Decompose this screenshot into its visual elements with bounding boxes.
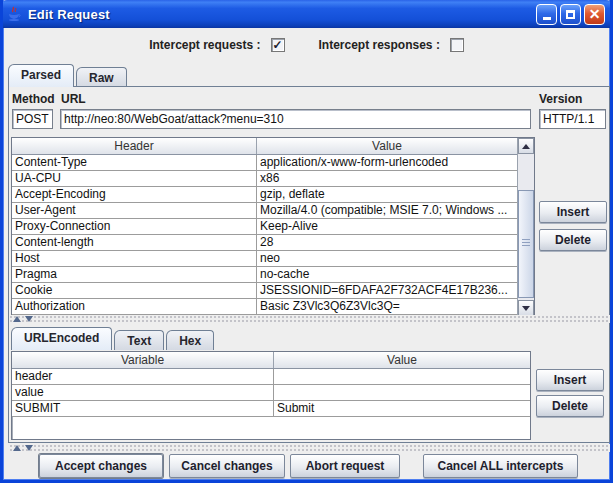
table-row[interactable]: Content-Typeapplication/x-www-form-urlen…	[12, 155, 534, 171]
header-column-header[interactable]: Header	[12, 138, 257, 154]
table-row[interactable]: Hostneo	[12, 251, 534, 267]
scroll-down-button[interactable]	[518, 300, 534, 316]
tab-text[interactable]: Text	[114, 330, 164, 350]
table-row[interactable]: SUBMITSubmit	[12, 401, 530, 417]
table-cell[interactable]: Authorization	[12, 299, 257, 314]
table-cell[interactable]: gzip, deflate	[257, 187, 517, 202]
table-cell[interactable]: no-cache	[257, 267, 517, 282]
scroll-up-button[interactable]	[518, 138, 534, 154]
window-title: Edit Request	[28, 7, 110, 22]
variable-column-header[interactable]: Variable	[12, 352, 274, 368]
table-row[interactable]: Pragmano-cache	[12, 267, 534, 283]
cancel-all-intercepts-button[interactable]: Cancel ALL intercepts	[423, 454, 578, 478]
params-table-header-row: Variable Value	[12, 352, 530, 369]
collapse-up-icon[interactable]	[13, 445, 21, 451]
table-cell[interactable]	[274, 369, 530, 384]
accept-changes-button[interactable]: Accept changes	[39, 454, 163, 478]
intercept-options-row: Intercept requests : ✓ Intercept respons…	[3, 33, 610, 57]
intercept-responses-label: Intercept responses :	[319, 38, 440, 52]
method-field[interactable]: POST	[12, 109, 53, 129]
scrollbar-grip-icon	[522, 239, 530, 248]
table-cell[interactable]: Keep-Alive	[257, 219, 517, 234]
table-cell[interactable]: Content-length	[12, 235, 257, 250]
maximize-button[interactable]	[560, 4, 581, 25]
params-table: Variable Value headervalueSUBMITSubmit	[11, 351, 531, 440]
tab-urlencoded[interactable]: URLEncoded	[11, 327, 112, 350]
table-cell[interactable]: UA-CPU	[12, 171, 257, 186]
params-table-body: headervalueSUBMITSubmit	[12, 369, 530, 417]
table-cell[interactable]: JSESSIONID=6FDAFA2F732ACF4E17B236...	[257, 283, 517, 298]
table-cell[interactable]: Proxy-Connection	[12, 219, 257, 234]
headers-delete-button[interactable]: Delete	[539, 229, 607, 251]
params-delete-button[interactable]: Delete	[536, 395, 604, 417]
table-cell[interactable]	[274, 385, 530, 400]
close-icon: ✕	[589, 7, 601, 21]
intercept-requests-label: Intercept requests :	[149, 38, 260, 52]
titlebar[interactable]: Edit Request ✕	[0, 0, 613, 28]
headers-table: Header Value Content-Typeapplication/x-w…	[11, 137, 535, 317]
table-row[interactable]: Accept-Encodinggzip, deflate	[12, 187, 534, 203]
table-cell[interactable]: Pragma	[12, 267, 257, 282]
url-field[interactable]: http://neo:80/WebGoat/attack?menu=310	[60, 109, 531, 129]
tab-parsed[interactable]: Parsed	[8, 64, 74, 87]
table-cell[interactable]: Accept-Encoding	[12, 187, 257, 202]
headers-insert-button[interactable]: Insert	[539, 201, 607, 223]
headers-table-body: Content-Typeapplication/x-www-form-urlen…	[12, 155, 534, 315]
headers-scrollbar[interactable]	[517, 138, 534, 316]
table-cell[interactable]: application/x-www-form-urlencoded	[257, 155, 517, 170]
scrollbar-thumb[interactable]	[518, 190, 534, 298]
minimize-button[interactable]	[536, 4, 557, 25]
split-divider-top[interactable]	[9, 315, 610, 323]
table-row[interactable]: header	[12, 369, 530, 385]
tab-raw[interactable]: Raw	[76, 67, 127, 87]
url-label: URL	[61, 92, 86, 106]
params-insert-button[interactable]: Insert	[536, 369, 604, 391]
table-cell[interactable]: Cookie	[12, 283, 257, 298]
version-label: Version	[539, 92, 582, 106]
split-divider-bottom[interactable]	[9, 444, 610, 452]
intercept-responses-checkbox[interactable]	[450, 38, 464, 52]
table-cell[interactable]: Host	[12, 251, 257, 266]
close-button[interactable]: ✕	[584, 4, 605, 25]
table-cell[interactable]: Basic Z3Vlc3Q6Z3Vlc3Q=	[257, 299, 517, 314]
tab-hex[interactable]: Hex	[166, 330, 214, 350]
maximize-icon	[566, 10, 575, 19]
table-cell[interactable]: value	[12, 385, 274, 400]
table-row[interactable]: value	[12, 385, 530, 401]
version-field[interactable]: HTTP/1.1	[539, 109, 606, 129]
table-row[interactable]: CookieJSESSIONID=6FDAFA2F732ACF4E17B236.…	[12, 283, 534, 299]
table-cell[interactable]: User-Agent	[12, 203, 257, 218]
table-cell[interactable]: neo	[257, 251, 517, 266]
cancel-changes-button[interactable]: Cancel changes	[169, 454, 285, 478]
table-cell[interactable]: header	[12, 369, 274, 384]
edit-request-window: Edit Request ✕ Intercept requests : ✓ In…	[0, 0, 613, 483]
collapse-down-icon[interactable]	[25, 316, 33, 322]
value-column-header[interactable]: Value	[257, 138, 517, 154]
java-coffee-cup-icon	[6, 6, 22, 22]
table-row[interactable]: UA-CPUx86	[12, 171, 534, 187]
table-row[interactable]: Proxy-ConnectionKeep-Alive	[12, 219, 534, 235]
table-cell[interactable]: SUBMIT	[12, 401, 274, 416]
table-cell[interactable]: Content-Type	[12, 155, 257, 170]
headers-table-header-row: Header Value	[12, 138, 534, 155]
table-cell[interactable]: x86	[257, 171, 517, 186]
table-row[interactable]: Content-length28	[12, 235, 534, 251]
abort-request-button[interactable]: Abort request	[290, 454, 400, 478]
collapse-up-icon[interactable]	[13, 316, 21, 322]
table-row[interactable]: User-AgentMozilla/4.0 (compatible; MSIE …	[12, 203, 534, 219]
scroll-up-icon	[522, 144, 530, 149]
collapse-down-icon[interactable]	[25, 445, 33, 451]
table-cell[interactable]: Submit	[274, 401, 530, 416]
table-row[interactable]: AuthorizationBasic Z3Vlc3Q6Z3Vlc3Q=	[12, 299, 534, 315]
method-label: Method	[12, 92, 55, 106]
table-cell[interactable]: 28	[257, 235, 517, 250]
minimize-icon	[543, 17, 551, 20]
scroll-down-icon	[522, 306, 530, 311]
table-cell[interactable]: Mozilla/4.0 (compatible; MSIE 7.0; Windo…	[257, 203, 517, 218]
intercept-requests-checkbox[interactable]: ✓	[271, 38, 285, 52]
value-column-header[interactable]: Value	[274, 352, 530, 368]
